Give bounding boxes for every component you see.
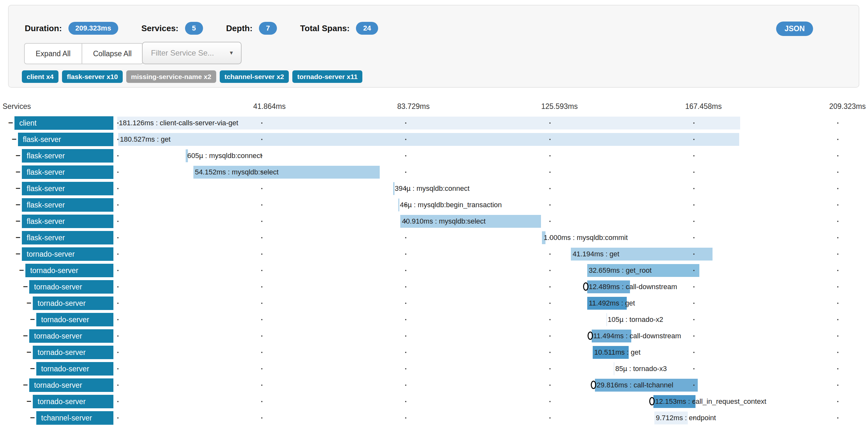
time-marker-dot [405,237,406,238]
span-duration-bar[interactable] [614,362,615,375]
time-marker-dot [549,401,551,402]
time-marker-dot [261,286,262,287]
collapse-span-toggle[interactable]: − [15,165,21,179]
service-name-box[interactable]: tornado-server [29,329,114,343]
service-name-box[interactable]: flask-server [22,149,114,162]
collapse-span-toggle[interactable]: − [26,297,32,310]
collapse-span-toggle[interactable]: − [15,182,21,195]
time-marker-dot [261,204,262,206]
time-marker-dot [117,352,119,353]
span-row: −tornado-server12.153ms : call_in_reques… [0,395,868,411]
collapse-span-toggle[interactable]: − [26,346,32,359]
time-marker-dot [837,253,838,255]
time-marker-dot [261,155,262,156]
service-name-box[interactable]: flask-server [22,215,114,228]
time-marker-dot [405,368,406,369]
time-marker-dot [549,385,551,386]
time-marker-dot [837,352,838,353]
service-name-box[interactable]: flask-server [22,231,114,244]
service-name-box[interactable]: tornado-server [33,346,114,359]
time-marker-dot [405,155,406,156]
collapse-span-toggle[interactable]: − [7,116,14,130]
time-marker-dot [549,303,551,304]
time-marker-dot [837,221,838,222]
span-row: −tornado-server85µ : tornado-x3 [0,362,868,378]
span-annotation-circle-icon [588,332,593,340]
time-marker-dot [261,352,262,353]
span-row: −tornado-server11.492ms : get [0,297,868,313]
span-row: −flask-server54.152ms : mysqldb:select [0,165,868,182]
collapse-span-toggle[interactable]: − [29,411,36,425]
time-marker-dot [549,253,551,255]
collapse-span-toggle[interactable]: − [15,231,21,244]
span-label: 12.153ms : call_in_request_context [655,395,766,408]
time-marker-dot [693,221,694,222]
collapse-span-toggle[interactable]: − [15,198,21,212]
span-row: −flask-server605µ : mysqldb:connect [0,149,868,165]
span-row: −flask-server40.910ms : mysqldb:select [0,215,868,231]
time-marker-dot [693,139,694,140]
collapse-span-toggle[interactable]: − [22,378,29,392]
service-name-box[interactable]: tornado-server [29,280,114,294]
time-marker-dot [261,368,262,369]
time-marker-dot [693,237,694,238]
service-name-box[interactable]: tornado-server [33,395,114,408]
service-name-box[interactable]: tornado-server [29,378,114,392]
time-marker-dot [549,270,551,271]
service-name-box[interactable]: flask-server [22,165,114,179]
span-label: 181.126ms : client-calls-server-via-get [119,116,238,130]
span-label: 11.494ms : call-downstream [593,329,681,343]
service-name-box[interactable]: tornado-server [25,264,114,277]
time-marker-dot [693,172,694,173]
service-name-box[interactable]: flask-server [18,133,114,146]
service-name-box[interactable]: tornado-server [36,362,114,375]
span-row: −flask-server180.527ms : get [0,133,868,149]
service-name-box[interactable]: tchannel-server [36,411,114,425]
collapse-span-toggle[interactable]: − [18,264,25,277]
time-marker-dot [117,270,119,271]
time-marker-dot [261,253,262,255]
service-name-box[interactable]: tornado-server [22,247,114,261]
time-marker-dot [693,155,694,156]
time-marker-dot [837,204,838,206]
time-marker-dot [117,417,119,419]
span-row: −tornado-server105µ : tornado-x2 [0,313,868,329]
collapse-span-toggle[interactable]: − [29,362,36,375]
service-name-box[interactable]: tornado-server [33,297,114,310]
time-marker-dot [405,172,406,173]
collapse-span-toggle[interactable]: − [15,149,21,162]
time-marker-dot [693,253,694,255]
time-marker-dot [693,417,694,419]
span-row: −tornado-server29.816ms : call-tchannel [0,378,868,395]
service-name-box[interactable]: flask-server [22,198,114,212]
time-marker-dot [837,139,838,140]
collapse-span-toggle[interactable]: − [11,133,17,146]
service-name-box[interactable]: flask-server [22,182,114,195]
collapse-span-toggle[interactable]: − [15,247,21,261]
time-marker-dot [837,385,838,386]
time-marker-dot [837,319,838,320]
time-marker-dot [693,401,694,402]
span-duration-bar[interactable] [606,313,607,326]
time-marker-dot [549,155,551,156]
time-marker-dot [261,319,262,320]
span-duration-bar[interactable] [393,182,395,195]
collapse-span-toggle[interactable]: − [26,395,32,408]
collapse-span-toggle[interactable]: − [22,329,29,343]
collapse-span-toggle[interactable]: − [29,313,36,326]
span-label: 85µ : tornado-x3 [615,362,667,375]
time-marker-dot [261,221,262,222]
span-duration-bar[interactable] [398,199,399,211]
time-marker-dot [837,188,838,189]
collapse-span-toggle[interactable]: − [15,215,21,228]
time-marker-dot [549,172,551,173]
service-name-box[interactable]: client [14,116,114,130]
span-label: 12.489ms : call-downstream [589,280,677,294]
span-duration-bar[interactable] [118,133,739,146]
collapse-span-toggle[interactable]: − [22,280,29,294]
time-marker-dot [693,122,694,124]
time-marker-dot [549,335,551,337]
service-name-box[interactable]: tornado-server [36,313,114,326]
time-marker-dot [693,270,694,271]
span-label: 32.659ms : get_root [589,264,652,277]
